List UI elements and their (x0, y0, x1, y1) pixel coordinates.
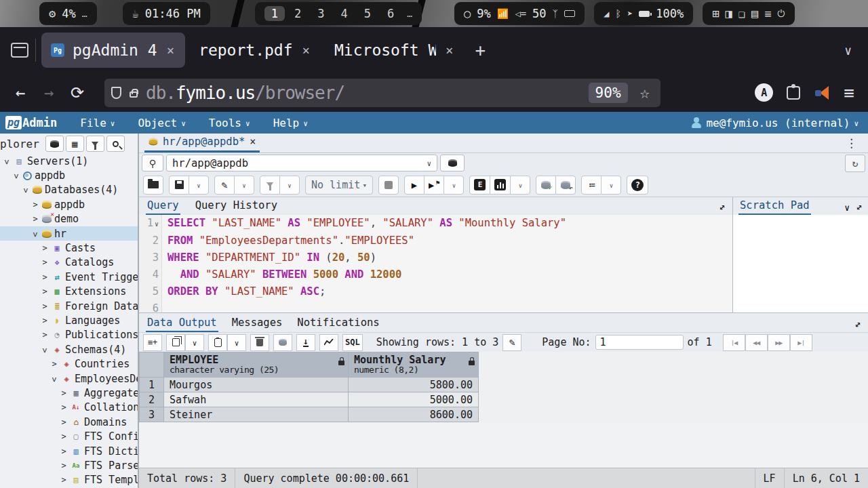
chevron-collapsed-icon[interactable]: > (41, 302, 49, 311)
chevron-expanded-icon[interactable]: > (40, 346, 50, 354)
menu-help[interactable]: Help∨ (273, 117, 308, 129)
delete-row-button[interactable] (250, 334, 269, 351)
edit-range-button[interactable]: ✎ (502, 334, 521, 351)
extensions-icon[interactable] (787, 86, 800, 100)
copy-options-button[interactable]: ∨ (185, 334, 204, 351)
filter-rows-button[interactable] (260, 176, 280, 195)
search-button[interactable] (106, 136, 125, 152)
help-button[interactable]: ? (627, 176, 648, 195)
panel-icon[interactable]: ⊞ (712, 7, 719, 20)
cell-1-2[interactable]: 5800.00 (349, 378, 479, 392)
tab-query[interactable]: Query (146, 198, 180, 215)
chevron-collapsed-icon[interactable]: > (41, 316, 49, 325)
tree-node-schemas-4-[interactable]: >◈Schemas(4) (0, 342, 138, 357)
megaphone-extension-icon[interactable] (814, 86, 830, 100)
expand-scratch-pad-icon[interactable]: ↔ (852, 201, 867, 215)
first-page-button[interactable]: ❘◀ (723, 334, 745, 351)
close-tab-icon[interactable]: × (250, 136, 256, 148)
tab-query-history[interactable]: Query History (194, 198, 279, 215)
chevron-collapsed-icon[interactable]: > (41, 258, 49, 267)
tree-node-servers-1-[interactable]: >▤Servers(1) (0, 154, 138, 168)
chevron-collapsed-icon[interactable]: > (60, 447, 68, 456)
power-icon[interactable]: ⏻ (777, 8, 785, 20)
new-connection-button[interactable] (440, 155, 465, 171)
cell-3-1[interactable]: Steiner (164, 407, 349, 422)
eol-indicator[interactable]: LF (755, 468, 784, 488)
display-icon[interactable]: ◨ (725, 7, 732, 20)
execute-options-button[interactable]: ∨ (443, 176, 464, 195)
cell-1-1[interactable]: Mourgos (164, 378, 349, 392)
browser-tab-3[interactable]: Microsoft Wo× (325, 33, 464, 68)
tree-node-extensions[interactable]: >▩Extensions (0, 285, 138, 299)
tree-node-foreign-data-wrappers[interactable]: >≣Foreign Data Wrappers (0, 299, 138, 313)
tab-messages[interactable]: Messages (231, 315, 284, 332)
tree-node-casts[interactable]: >▣Casts (0, 241, 138, 255)
menu-object[interactable]: Object∨ (138, 117, 185, 129)
tree-node-employeesdepartments[interactable]: >◈EmployeesDepartments (0, 371, 138, 386)
filter-options-button[interactable]: ∨ (279, 176, 300, 195)
clock-indicator[interactable]: ☕ 01:46 PM (123, 2, 210, 25)
chevron-collapsed-icon[interactable]: > (41, 330, 49, 340)
chevron-expanded-icon[interactable]: > (50, 375, 59, 384)
row-number[interactable]: 2 (140, 392, 164, 407)
close-tab-icon[interactable]: × (301, 43, 311, 58)
tree-node-event-triggers[interactable]: >⇄Event Triggers (0, 270, 138, 284)
sql-text[interactable]: ORDER BY "LAST_NAME" ASC; (162, 283, 326, 300)
tree-node-fts-configurations[interactable]: >▢FTS Configurations (0, 429, 138, 443)
expand-editor-icon[interactable]: ↔ (715, 201, 730, 215)
query-tool-tab[interactable]: hr/app@appdb* × (144, 134, 260, 152)
connect-server-button[interactable] (45, 136, 64, 152)
chevron-collapsed-icon[interactable]: > (60, 475, 68, 485)
explain-options-button[interactable]: ∨ (510, 176, 530, 195)
browser-menu-icon[interactable]: ≡ (844, 83, 854, 103)
paste-button[interactable] (208, 334, 227, 351)
column-header-2[interactable]: Mounthly Salarynumeric (8,2) (349, 352, 479, 378)
tab-data-output[interactable]: Data Output (146, 315, 218, 332)
menu-icon[interactable]: ≡ (764, 7, 771, 20)
url-text[interactable]: db.fymio.us/browser/ (146, 83, 580, 103)
last-page-button[interactable]: ▶❘ (790, 334, 812, 351)
workspace-3[interactable]: 3 (311, 6, 331, 21)
next-page-button[interactable]: ▶▶ (768, 334, 790, 351)
page-number-input[interactable] (595, 335, 684, 350)
stop-button[interactable] (378, 176, 399, 195)
grid-corner-cell[interactable] (140, 352, 164, 378)
cell-3-2[interactable]: 8600.00 (349, 407, 479, 422)
open-file-button[interactable] (143, 176, 163, 195)
browser-tab-1[interactable]: PgpgAdmin 4× (41, 33, 185, 68)
chevron-collapsed-icon[interactable]: > (60, 388, 68, 398)
add-row-button[interactable]: ≡+ (143, 334, 162, 351)
tree-node-demo[interactable]: >demo (0, 212, 138, 226)
zoom-level-button[interactable]: 90% (589, 83, 628, 103)
cursor-position[interactable]: Ln 6, Col 1 (784, 468, 868, 488)
chevron-collapsed-icon[interactable]: > (31, 214, 39, 224)
execute-button[interactable]: ▶ (404, 176, 425, 195)
chevron-expanded-icon[interactable]: > (31, 230, 40, 239)
row-number[interactable]: 3 (140, 407, 164, 422)
lock-icon[interactable] (130, 92, 138, 98)
network-battery-indicators[interactable]: ◢ ᛒ ➤ 100% (594, 2, 693, 25)
workspace-4[interactable]: 4 (334, 6, 354, 21)
notes-icon[interactable]: ▤ (751, 7, 758, 20)
graph-visualiser-button[interactable] (319, 334, 338, 351)
tree-node-appdb[interactable]: >appdb (0, 197, 138, 211)
chevron-collapsed-icon[interactable]: > (60, 403, 68, 412)
cell-2-2[interactable]: 5000.00 (349, 392, 479, 407)
menu-tools[interactable]: Tools∨ (209, 117, 250, 129)
sql-text[interactable]: AND "SALARY" BETWEEN 5000 AND 12000 (162, 266, 401, 283)
back-button[interactable]: ← (8, 83, 33, 102)
close-tab-icon[interactable]: × (444, 43, 454, 58)
workspace-2[interactable]: 2 (288, 6, 308, 21)
workspace-1[interactable]: 1 (264, 6, 285, 21)
chevron-collapsed-icon[interactable]: > (60, 461, 68, 470)
workspace-5[interactable]: 5 (357, 6, 378, 21)
tree-node-catalogs[interactable]: >❖Catalogs (0, 256, 138, 270)
workspace-6[interactable]: 6 (380, 6, 401, 21)
cell-2-1[interactable]: Safwah (164, 392, 349, 407)
files-icon[interactable]: ❏ (738, 7, 745, 20)
chevron-expanded-icon[interactable]: > (12, 172, 21, 180)
commit-button[interactable] (536, 176, 556, 195)
edit-button[interactable]: ✎ (214, 176, 235, 195)
cpu-indicator[interactable]: ⚙ 4% … (39, 2, 97, 25)
save-options-button[interactable]: ∨ (189, 176, 209, 195)
